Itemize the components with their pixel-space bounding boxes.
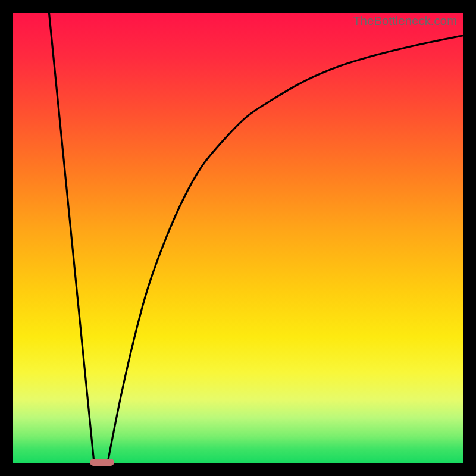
bottleneck-curve (13, 13, 463, 463)
optimal-marker (90, 459, 115, 466)
plot-area: TheBottleneck.com (13, 13, 463, 463)
chart-frame: TheBottleneck.com (0, 0, 476, 476)
